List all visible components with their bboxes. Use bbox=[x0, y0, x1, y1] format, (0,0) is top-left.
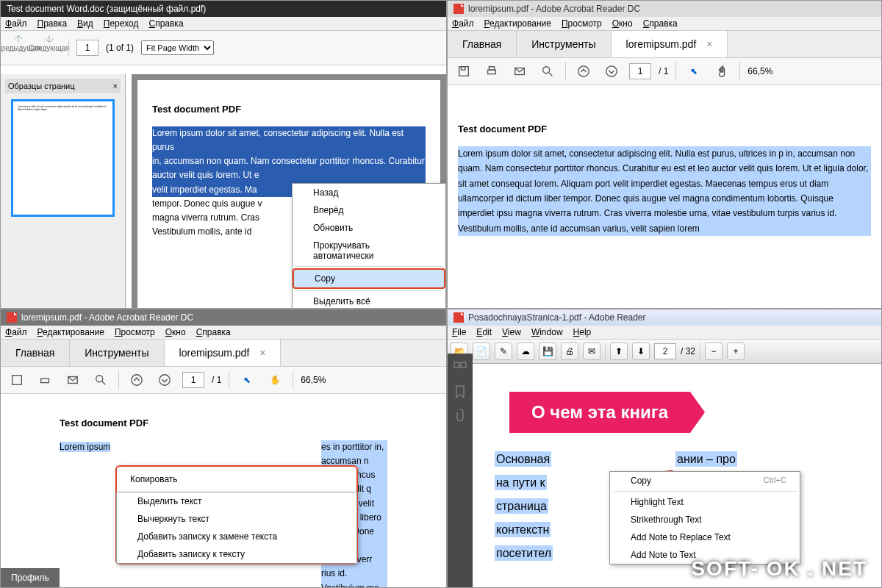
mail-icon[interactable] bbox=[62, 370, 83, 390]
menu-view[interactable]: Просмотр bbox=[115, 327, 155, 337]
mail-icon[interactable]: ✉ bbox=[583, 343, 600, 360]
menu-view[interactable]: View bbox=[502, 327, 521, 337]
close-icon[interactable]: × bbox=[259, 347, 265, 359]
zoom-level[interactable]: 66,5% bbox=[747, 66, 772, 76]
pdf-icon bbox=[453, 4, 464, 14]
print-icon[interactable] bbox=[481, 61, 502, 82]
sign-icon[interactable]: ✎ bbox=[495, 343, 512, 360]
svg-rect-15 bbox=[461, 362, 466, 368]
menu-window[interactable]: Окно bbox=[612, 18, 633, 29]
page-up-icon[interactable] bbox=[126, 370, 147, 390]
tab-document[interactable]: loremipsum.pdf × bbox=[612, 31, 728, 57]
page-down-icon[interactable] bbox=[154, 370, 175, 390]
search-icon[interactable] bbox=[537, 61, 558, 82]
ctx-select-text[interactable]: Выделить текст bbox=[117, 492, 356, 510]
menu-file[interactable]: Файл bbox=[5, 327, 27, 337]
page-number-input[interactable] bbox=[654, 343, 676, 359]
menu-file[interactable]: Файл bbox=[452, 18, 474, 29]
save-icon[interactable] bbox=[453, 61, 474, 82]
ctx-add-note-replace[interactable]: Добавить записку к замене текста bbox=[117, 528, 356, 545]
menu-help[interactable]: Help bbox=[573, 327, 592, 337]
separator bbox=[68, 39, 69, 57]
fit-select[interactable]: Fit Page Width bbox=[141, 40, 214, 55]
tab-tools[interactable]: Инструменты bbox=[517, 31, 611, 57]
tab-home[interactable]: Главная bbox=[1, 340, 70, 366]
next-page-button[interactable]: Следующая bbox=[37, 34, 61, 62]
close-icon[interactable]: × bbox=[706, 38, 712, 50]
menu-edit[interactable]: Редактирование bbox=[37, 327, 104, 337]
hand-icon[interactable]: ✋ bbox=[265, 370, 285, 390]
menu-window[interactable]: Окно bbox=[165, 327, 186, 337]
menu-edit[interactable]: Редактирование bbox=[484, 18, 551, 29]
bookmark-icon[interactable] bbox=[453, 384, 467, 399]
zoom-in-icon[interactable]: + bbox=[727, 343, 745, 360]
menu-help[interactable]: Справка bbox=[643, 18, 678, 29]
prev-page-button[interactable]: Предыдущая bbox=[7, 34, 30, 62]
ctx-back[interactable]: Назад bbox=[293, 184, 445, 201]
page-down-icon[interactable] bbox=[601, 61, 622, 82]
ctx-highlight[interactable]: Highlight Text bbox=[610, 493, 800, 511]
save-icon[interactable]: 💾 bbox=[539, 343, 556, 360]
ctx-add-note[interactable]: Добавить записку к тексту bbox=[117, 545, 356, 563]
titlebar: PosadochnayaStranica-1.pdf - Adobe Reade… bbox=[448, 309, 881, 326]
svg-point-5 bbox=[543, 67, 550, 74]
page-number-input[interactable] bbox=[629, 63, 651, 79]
pointer-icon[interactable]: ⬉ bbox=[684, 61, 704, 82]
ctx-copy[interactable]: Копировать bbox=[117, 467, 356, 492]
separator bbox=[229, 371, 229, 389]
page-down-icon[interactable]: ⬇ bbox=[632, 343, 650, 360]
search-icon[interactable] bbox=[90, 370, 111, 390]
create-pdf-icon[interactable]: 📄 bbox=[473, 343, 490, 360]
pointer-icon[interactable]: ⬉ bbox=[237, 370, 257, 390]
mail-icon[interactable] bbox=[509, 61, 530, 82]
menu-help[interactable]: Справка bbox=[196, 327, 231, 337]
menu-edit[interactable]: Правка bbox=[37, 18, 68, 29]
thumbnail-panel: Образцы страниц × Lorem ipsum dolor sit … bbox=[1, 74, 126, 308]
menu-help[interactable]: Справка bbox=[148, 18, 183, 29]
window-title: loremipsum.pdf - Adobe Acrobat Reader DC bbox=[468, 4, 640, 14]
page-up-icon[interactable] bbox=[573, 61, 594, 82]
menu-file[interactable]: File bbox=[452, 327, 466, 337]
ctx-forward[interactable]: Вперёд bbox=[293, 201, 445, 219]
save-icon[interactable] bbox=[7, 370, 27, 390]
menu-window[interactable]: Window bbox=[531, 327, 563, 337]
hand-icon[interactable] bbox=[711, 61, 732, 82]
menu-view[interactable]: Вид bbox=[77, 18, 93, 29]
menu-view[interactable]: Просмотр bbox=[562, 18, 602, 29]
ctx-strikethrough[interactable]: Strikethrough Text bbox=[610, 511, 800, 528]
ctx-add-note-replace[interactable]: Add Note to Replace Text bbox=[610, 528, 800, 546]
menu-goto[interactable]: Переход bbox=[104, 18, 139, 29]
close-icon[interactable]: × bbox=[113, 82, 118, 90]
print-icon[interactable]: 🖨 bbox=[561, 343, 578, 360]
attachment-icon[interactable] bbox=[453, 408, 467, 423]
profile-button[interactable]: Профиль bbox=[1, 568, 60, 587]
separator bbox=[675, 62, 676, 80]
ctx-select-all[interactable]: Выделить всё bbox=[293, 293, 445, 309]
menu-file[interactable]: Файл bbox=[5, 18, 27, 29]
page-number-input[interactable] bbox=[182, 372, 204, 388]
tab-home[interactable]: Главная bbox=[448, 31, 517, 57]
selected-text-start[interactable]: Lorem ipsum bbox=[60, 442, 110, 452]
menubar: Файл Правка Вид Переход Справка bbox=[1, 17, 446, 31]
titlebar: Test document Word.doc (защищённый файл.… bbox=[1, 1, 446, 17]
page-thumbnail[interactable]: Lorem ipsum dolor sit amet consectetur a… bbox=[11, 99, 115, 217]
ctx-reload[interactable]: Обновить bbox=[293, 219, 445, 237]
selected-text[interactable]: Lorem ipsum dolor sit amet, consectetur … bbox=[458, 146, 871, 236]
ctx-copy[interactable]: Copy bbox=[293, 268, 445, 289]
ctx-autoscroll[interactable]: Прокручивать автоматически bbox=[293, 237, 445, 265]
cloud-icon[interactable]: ☁ bbox=[517, 343, 534, 360]
pane-acrobat-dc-1: loremipsum.pdf - Adobe Acrobat Reader DC… bbox=[447, 0, 882, 309]
zoom-level[interactable]: 66,5% bbox=[301, 375, 326, 385]
thumbnails-icon[interactable] bbox=[453, 361, 467, 376]
zoom-out-icon[interactable]: − bbox=[705, 343, 723, 360]
menu-edit[interactable]: Edit bbox=[476, 327, 492, 337]
tab-tools[interactable]: Инструменты bbox=[70, 340, 164, 366]
ctx-strikethrough[interactable]: Вычеркнуть текст bbox=[117, 510, 356, 528]
page-up-icon[interactable]: ⬆ bbox=[610, 343, 628, 360]
ctx-copy[interactable]: CopyCtrl+C bbox=[610, 472, 800, 490]
menubar: Файл Редактирование Просмотр Окно Справк… bbox=[1, 326, 446, 340]
separator bbox=[118, 371, 119, 389]
tab-document[interactable]: loremipsum.pdf × bbox=[165, 340, 282, 366]
page-number-input[interactable] bbox=[76, 40, 98, 56]
print-icon[interactable] bbox=[35, 370, 55, 390]
